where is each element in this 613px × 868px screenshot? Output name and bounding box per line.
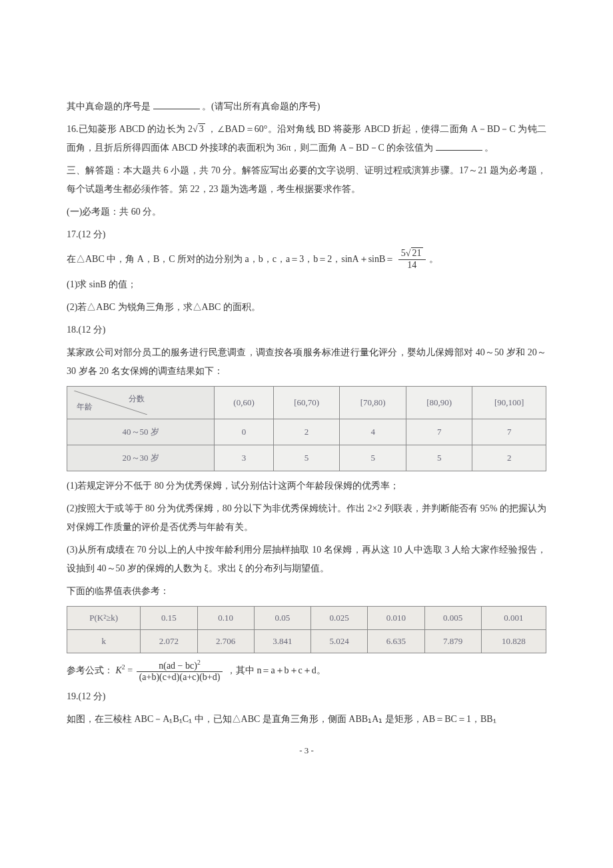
col-60-70: [60,70) <box>273 386 340 419</box>
cell-pk: P(K²≥k) <box>67 606 141 629</box>
q17-head: 17.(12 分) <box>67 225 546 244</box>
cell-k: k <box>67 629 141 653</box>
q19-head: 19.(12 分) <box>67 687 546 706</box>
formula-num: n(ad − bc)2 <box>137 659 223 672</box>
table-row-header: 年龄 分数 (0,60) [60,70) [70,80) [80,90) [90… <box>67 386 546 419</box>
section3-intro2: (一)必考题：共 60 分。 <box>67 203 546 221</box>
sqrt3: 3 <box>198 123 205 134</box>
formula-fraction: n(ad − bc)2 (a+b)(c+d)(a+c)(b+d) <box>137 659 223 683</box>
q16-text-a: 16.已知菱形 ABCD 的边长为 2 <box>67 124 193 134</box>
cell: 5 <box>273 445 340 471</box>
table-row: 40～50 岁 0 2 4 7 7 <box>67 419 546 445</box>
frac-num-5: 5 <box>401 248 406 258</box>
q18-part1: (1)若规定评分不低于 80 分为优秀保姆，试分别估计这两个年龄段保姆的优秀率； <box>67 477 546 495</box>
blank-15 <box>153 99 200 109</box>
q16-text-c: 。 <box>484 143 494 153</box>
frac-num: 5√21 <box>398 248 426 260</box>
q18-part2: (2)按照大于或等于 80 分为优秀保姆，80 分以下为非优秀保姆统计。作出 2… <box>67 499 546 537</box>
cell: 2.072 <box>141 629 197 653</box>
cell: 5.024 <box>311 629 368 653</box>
q18-head: 18.(12 分) <box>67 321 546 339</box>
formula-where: ，其中 n＝a＋b＋c＋d。 <box>227 665 326 675</box>
q18-ref-intro: 下面的临界值表供参考： <box>67 582 546 601</box>
cell: 3 <box>215 445 274 471</box>
col-80-90: [80,90) <box>406 386 472 419</box>
cell: 4 <box>340 419 406 445</box>
fraction-5sqrt21-over-14: 5√21 14 <box>398 248 426 271</box>
table-row: k 2.072 2.706 3.841 5.024 6.635 7.879 10… <box>67 629 546 653</box>
cell: 0.005 <box>424 606 481 629</box>
cell: 3.841 <box>254 629 310 653</box>
cell: 0.001 <box>481 606 546 629</box>
formula-K: K <box>116 665 122 675</box>
cell: 7 <box>406 419 472 445</box>
frac-den-14: 14 <box>398 260 426 271</box>
cell: 7 <box>472 419 546 445</box>
formula-den: (a+b)(c+d)(a+c)(b+d) <box>137 672 223 683</box>
blank-16 <box>436 141 482 151</box>
cell: 0 <box>215 419 274 445</box>
cell: 0.025 <box>311 606 368 629</box>
q15-remainder: 其中真命题的序号是 。(请写出所有真命题的序号) <box>67 97 546 116</box>
q18-intro: 某家政公司对部分员工的服务进行民意调查，调查按各项服务标准进行量化评分，婴幼儿保… <box>67 343 546 381</box>
cell: 2 <box>273 419 340 445</box>
q15-text-b: 。(请写出所有真命题的序号) <box>202 101 320 111</box>
row-20-30-label: 20～30 岁 <box>67 445 215 471</box>
col-70-80: [70,80) <box>340 386 406 419</box>
cell: 0.010 <box>368 606 424 629</box>
formula-label: 参考公式： <box>67 665 113 675</box>
sqrt-symbol: √ <box>193 124 198 134</box>
sup-2b: 2 <box>197 659 201 666</box>
cell: 0.05 <box>254 606 310 629</box>
q17-part2: (2)若△ABC 为锐角三角形，求△ABC 的面积。 <box>67 298 546 317</box>
table-row: P(K²≥k) 0.15 0.10 0.05 0.025 0.010 0.005… <box>67 606 546 629</box>
frac-num-sqrt21: 21 <box>411 247 423 258</box>
critical-value-table: P(K²≥k) 0.15 0.10 0.05 0.025 0.010 0.005… <box>67 606 546 653</box>
col-0-60: (0,60) <box>215 386 274 419</box>
sqrt-symbol: √ <box>406 248 411 258</box>
sup-2: 2 <box>122 663 125 671</box>
col-90-100: [90,100] <box>472 386 546 419</box>
cell: 5 <box>340 445 406 471</box>
q17-part1: (1)求 sinB 的值； <box>67 275 546 294</box>
cell: 2 <box>472 445 546 471</box>
cell: 2.706 <box>197 629 254 653</box>
q17-text-b: 。 <box>429 254 438 264</box>
q18-part3: (3)从所有成绩在 70 分以上的人中按年龄利用分层抽样抽取 10 名保姆，再从… <box>67 541 546 578</box>
q16: 16.已知菱形 ABCD 的边长为 2√3 ，∠BAD＝60°。沿对角线 BD … <box>67 120 546 157</box>
q17-line1: 在△ABC 中，角 A，B，C 所对的边分别为 a，b，c，a＝3，b＝2，si… <box>67 248 546 271</box>
q15-text-a: 其中真命题的序号是 <box>67 101 151 111</box>
q18-formula: 参考公式： K2 = n(ad − bc)2 (a+b)(c+d)(a+c)(b… <box>67 659 546 683</box>
diag-score-label: 分数 <box>129 391 145 407</box>
q17-text-a: 在△ABC 中，角 A，B，C 所对的边分别为 a，b，c，a＝3，b＝2，si… <box>67 254 394 264</box>
diag-age-label: 年龄 <box>77 399 93 415</box>
diag-header-cell: 年龄 分数 <box>67 386 215 419</box>
section3-intro1: 三、解答题：本大题共 6 小题，共 70 分。解答应写出必要的文字说明、证明过程… <box>67 161 546 199</box>
cell: 6.635 <box>368 629 424 653</box>
table-row: 20～30 岁 3 5 5 5 2 <box>67 445 546 471</box>
q19-line: 如图，在三棱柱 ABC－A₁B₁C₁ 中，已知△ABC 是直角三角形，侧面 AB… <box>67 710 546 729</box>
cell: 5 <box>406 445 472 471</box>
page-number: - 3 - <box>67 742 546 759</box>
formula-num-text: n(ad − bc) <box>159 660 197 670</box>
cell: 0.15 <box>141 606 197 629</box>
survey-table: 年龄 分数 (0,60) [60,70) [70,80) [80,90) [90… <box>67 386 546 471</box>
row-40-50-label: 40～50 岁 <box>67 419 215 445</box>
cell: 7.879 <box>424 629 481 653</box>
cell: 0.10 <box>197 606 254 629</box>
cell: 10.828 <box>481 629 546 653</box>
